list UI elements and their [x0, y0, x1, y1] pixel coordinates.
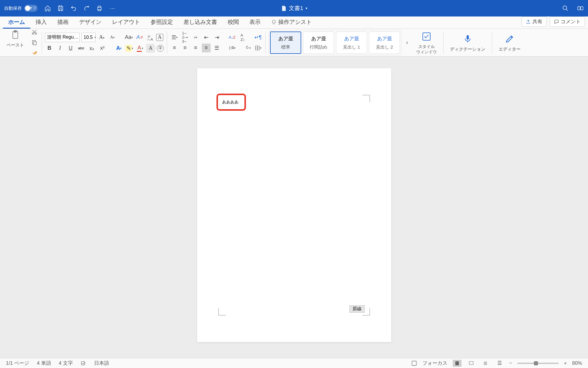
style-pane-icon: [421, 31, 432, 42]
home-icon[interactable]: [44, 5, 51, 12]
increase-font-icon[interactable]: A▴: [97, 33, 106, 42]
subscript-button[interactable]: x₂: [87, 44, 96, 53]
status-chars[interactable]: 4 文字: [59, 360, 73, 367]
phonetic-guide-icon[interactable]: アA: [146, 33, 154, 42]
undo-icon[interactable]: [70, 5, 77, 12]
accessibility-icon[interactable]: [411, 360, 417, 366]
char-shading-icon[interactable]: A: [146, 44, 155, 53]
web-layout-view-icon[interactable]: [467, 360, 476, 367]
redo-icon[interactable]: [83, 5, 90, 12]
italic-button[interactable]: I: [56, 44, 64, 53]
svg-point-1: [563, 6, 567, 10]
margin-corner-bl: [218, 308, 226, 316]
font-size-combo[interactable]: 10.5▾: [81, 33, 96, 42]
align-center-icon[interactable]: ≡: [181, 44, 189, 52]
char-border-icon[interactable]: A: [156, 34, 163, 41]
align-right-icon[interactable]: ≡: [191, 44, 200, 52]
decrease-font-icon[interactable]: A▾: [108, 33, 117, 42]
format-painter-icon[interactable]: [30, 49, 39, 58]
chevron-down-icon[interactable]: ▾: [306, 6, 307, 10]
status-language[interactable]: 日本語: [94, 360, 109, 367]
dictation-button[interactable]: ディクテーション: [447, 32, 489, 53]
styles-more-icon[interactable]: ›: [403, 32, 412, 54]
style-pane-button[interactable]: スタイル ウィンドウ: [413, 29, 440, 56]
document-text[interactable]: ああああ: [222, 100, 239, 105]
save-icon[interactable]: [57, 5, 64, 12]
editor-label: エディター: [499, 47, 521, 52]
lightbulb-icon: [271, 19, 276, 25]
print-layout-view-icon[interactable]: [453, 360, 462, 367]
justify-icon[interactable]: ≡: [202, 44, 211, 52]
font-name-combo[interactable]: 游明朝 Regu…▾: [45, 33, 80, 42]
tab-draw[interactable]: 描画: [52, 16, 74, 29]
copy-icon[interactable]: [30, 38, 39, 47]
multilevel-list-button[interactable]: ≡▾: [191, 33, 200, 42]
highlight-button[interactable]: ✎▾: [125, 44, 134, 53]
print-icon[interactable]: [96, 5, 103, 12]
document-page[interactable]: ああああ 罫線: [197, 68, 391, 342]
style-normal[interactable]: あア亜標準: [270, 32, 301, 54]
zoom-level[interactable]: 80%: [572, 360, 582, 366]
sort-za-icon[interactable]: AZ↕: [238, 33, 247, 42]
zoom-slider[interactable]: [517, 363, 559, 364]
paste-button[interactable]: ペースト: [3, 28, 28, 49]
clear-formatting-icon[interactable]: A⊘: [135, 33, 144, 42]
status-page[interactable]: 1/1 ページ: [6, 360, 29, 367]
zoom-in-button[interactable]: +: [564, 360, 567, 366]
spellcheck-icon[interactable]: [81, 360, 86, 366]
focus-mode-button[interactable]: フォーカス: [422, 360, 447, 367]
line-spacing-button[interactable]: ↕≡ ▾: [228, 44, 236, 52]
underline-button[interactable]: U: [66, 44, 75, 53]
document-canvas[interactable]: ああああ 罫線: [0, 57, 588, 358]
sort-az-icon[interactable]: A↓Z: [228, 33, 236, 42]
tab-insert[interactable]: 挿入: [30, 16, 52, 29]
more-icon[interactable]: ⋯: [109, 5, 116, 12]
zoom-out-button[interactable]: −: [509, 360, 512, 366]
numbering-button[interactable]: 1─2─3─▾: [181, 33, 189, 42]
quick-access-toolbar: ⋯: [44, 5, 116, 12]
autosave-control[interactable]: 自動保存 オフ: [4, 5, 38, 12]
shading-button[interactable]: ▾: [243, 44, 252, 52]
status-words[interactable]: 4 単語: [37, 360, 51, 367]
comments-button[interactable]: コメント: [550, 16, 585, 27]
document-title[interactable]: 文書1 ▾: [281, 4, 307, 12]
outline-view-icon[interactable]: ≣: [481, 360, 490, 367]
editor-button[interactable]: エディター: [495, 32, 524, 53]
autosave-toggle[interactable]: オフ: [24, 5, 38, 12]
superscript-button[interactable]: x²: [98, 44, 107, 53]
increase-indent-icon[interactable]: ⇥: [212, 33, 221, 42]
style-nospacing[interactable]: あア亜行間詰め: [303, 32, 334, 54]
paste-label: ペースト: [6, 42, 24, 48]
borders-button[interactable]: ▾: [254, 44, 262, 52]
font-color-button[interactable]: A▾: [136, 44, 144, 53]
change-case-button[interactable]: Aa ▾: [124, 33, 133, 42]
autosave-state: オフ: [29, 6, 36, 11]
tab-view[interactable]: 表示: [244, 16, 266, 29]
bullets-button[interactable]: ☰▾: [170, 33, 179, 42]
search-icon[interactable]: [562, 5, 569, 11]
tab-mailings[interactable]: 差し込み文書: [178, 16, 222, 29]
home-ribbon: ペースト 游明朝 Regu…▾ 10.5▾ A▴ A▾ Aa ▾ A⊘ アA A…: [0, 29, 588, 57]
decrease-indent-icon[interactable]: ⇤: [202, 33, 211, 42]
enclose-char-icon[interactable]: 字: [157, 45, 164, 52]
autosave-label: 自動保存: [4, 6, 22, 11]
align-left-icon[interactable]: ≡: [170, 44, 179, 52]
tab-design[interactable]: デザイン: [74, 16, 107, 29]
tab-review[interactable]: 校閲: [222, 16, 244, 29]
share-button[interactable]: 共有: [522, 16, 547, 27]
style-heading2[interactable]: あア亜見出し 2: [369, 32, 400, 54]
tell-me[interactable]: 操作アシスト: [266, 16, 317, 29]
tab-home[interactable]: ホーム: [3, 16, 30, 29]
bold-button[interactable]: B: [45, 44, 54, 53]
cut-icon[interactable]: [30, 28, 39, 37]
tab-references[interactable]: 参照設定: [145, 16, 178, 29]
text-effects-button[interactable]: A ▾: [114, 44, 123, 53]
doc-icon: [281, 5, 286, 12]
draft-view-icon[interactable]: ☰: [495, 360, 504, 367]
style-heading1[interactable]: あア亜見出し 1: [336, 32, 367, 54]
tab-layout[interactable]: レイアウト: [107, 16, 145, 29]
strikethrough-button[interactable]: abc: [77, 44, 86, 53]
distribute-icon[interactable]: ☰: [212, 44, 221, 52]
show-marks-icon[interactable]: ↵¶: [254, 33, 262, 42]
ribbon-mode-icon[interactable]: [577, 5, 584, 11]
